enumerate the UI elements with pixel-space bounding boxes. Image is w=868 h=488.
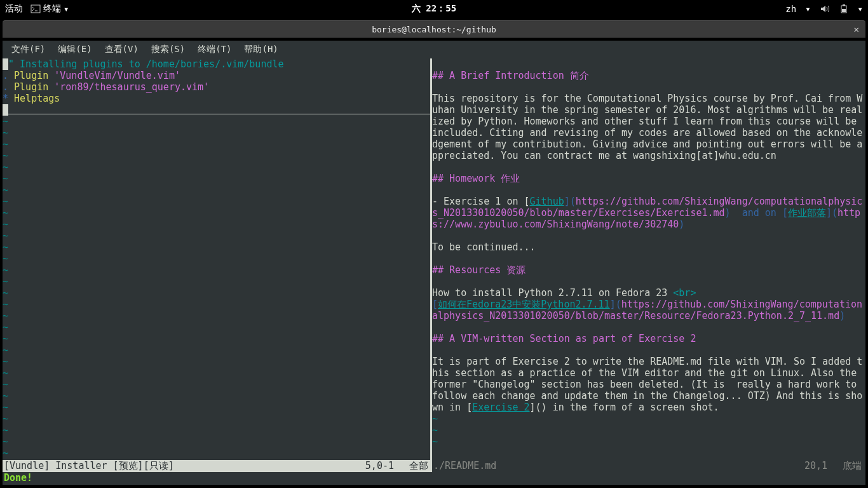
command-line[interactable]: Done!	[3, 472, 865, 485]
window-title: bories@localhost:~/github	[372, 25, 496, 34]
window-title-bar: bories@localhost:~/github ✕	[3, 20, 865, 38]
menu-terminal[interactable]: 终端(T)	[193, 42, 236, 57]
chevron-down-icon: ▾	[858, 4, 863, 14]
svg-rect-3	[842, 9, 846, 12]
plugin-header: " Installing plugins to /home/bories/.vi…	[8, 58, 283, 70]
volume-icon[interactable]	[820, 4, 830, 14]
menu-bar: 文件(F) 编辑(E) 查看(V) 搜索(S) 终端(T) 帮助(H)	[3, 41, 865, 58]
paragraph-intro: This repository is for the Computational…	[432, 93, 862, 161]
right-pane[interactable]: ## A Brief Introduction 简介 This reposito…	[432, 58, 865, 460]
left-pane[interactable]: " Installing plugins to /home/bories/.vi…	[3, 58, 432, 460]
done-message: Done!	[4, 472, 32, 484]
chevron-down-icon: ▾	[64, 4, 69, 14]
svg-rect-0	[31, 5, 40, 13]
chevron-down-icon: ▾	[805, 4, 810, 14]
status-line: [Vundle] Installer [预览][只读] 5,0-1 全部 ./R…	[3, 460, 865, 472]
heading-resources: ## Resources 资源	[432, 264, 526, 276]
tbc: To be continued...	[432, 241, 536, 253]
focused-app[interactable]: 终端 ▾	[31, 3, 69, 15]
left-col0	[3, 58, 8, 70]
status-right-pane: ./README.md 20,1 底端	[432, 460, 865, 472]
terminal-icon	[31, 4, 41, 14]
cursor-pos: 20,1	[804, 460, 827, 472]
br-tag: <br>	[673, 287, 696, 299]
vim-editor: " Installing plugins to /home/bories/.vi…	[3, 58, 865, 460]
cursor-pos: 5,0-1	[365, 460, 394, 472]
close-icon[interactable]: ✕	[854, 24, 859, 34]
menu-search[interactable]: 搜索(S)	[146, 42, 190, 57]
link-exercise2: Exercise 2	[472, 402, 529, 413]
buffer-name: ./README.md	[433, 460, 496, 472]
heading-homework: ## Homework 作业	[432, 173, 520, 184]
scroll-pct: 底端	[843, 460, 862, 472]
heading-vim-section: ## A VIM-written Section as part of Exer…	[432, 333, 696, 344]
cursor	[3, 104, 8, 116]
gnome-topbar: 活动 终端 ▾ 六 22：55 zh ▾ ▾	[0, 0, 868, 18]
menu-help[interactable]: 帮助(H)	[239, 42, 283, 57]
clock[interactable]: 六 22：55	[412, 3, 456, 15]
link-fedora: 如何在Fedora23中安装Python2.7.11	[438, 299, 610, 310]
battery-icon[interactable]	[839, 4, 849, 14]
activities-button[interactable]: 活动	[5, 3, 23, 15]
status-left-pane: [Vundle] Installer [预览][只读] 5,0-1 全部	[3, 460, 432, 472]
menu-view[interactable]: 查看(V)	[100, 42, 144, 57]
svg-rect-2	[843, 4, 845, 6]
buffer-name: [Vundle] Installer [预览][只读]	[4, 460, 174, 472]
tilde-line: ~	[3, 116, 8, 127]
heading-intro: ## A Brief Introduction 简介	[432, 70, 589, 81]
link-zybuluo: 作业部落	[788, 207, 826, 219]
menu-edit[interactable]: 编辑(E)	[53, 42, 97, 57]
menu-file[interactable]: 文件(F)	[6, 42, 50, 57]
scroll-pct: 全部	[409, 460, 428, 472]
link-github: Github	[530, 196, 564, 207]
input-method[interactable]: zh	[785, 4, 796, 14]
